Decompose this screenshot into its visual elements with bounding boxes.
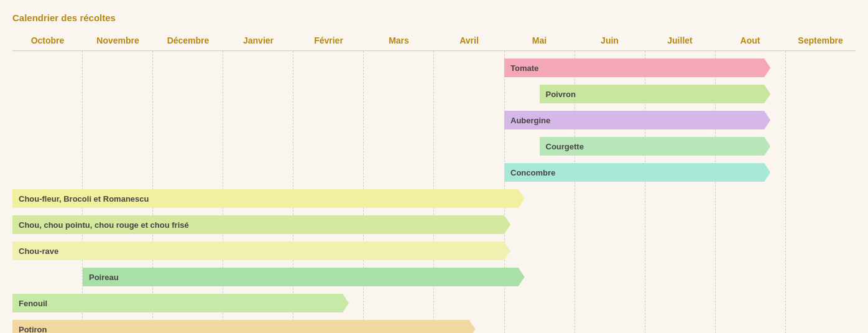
bar-row: Potiron: [12, 317, 856, 333]
harvest-bar: Courgette: [540, 137, 771, 156]
harvest-bar: Poivron: [540, 85, 771, 103]
harvest-bar: Concombre: [504, 163, 770, 182]
bar-row: Chou-fleur, Brocoli et Romanescu: [12, 187, 856, 210]
chart-container: OctobreNovembreDécembreJanvierFévrierMar…: [12, 35, 856, 333]
harvest-bar: Tomate: [504, 59, 770, 77]
bars-container: TomatePoivronAubergineCourgetteConcombre…: [12, 56, 856, 333]
bar-row: Chou-rave: [12, 239, 856, 263]
month-header-juin: Juin: [575, 35, 645, 45]
bar-row: Chou, chou pointu, chou rouge et chou fr…: [12, 213, 856, 237]
bar-row: Tomate: [12, 56, 856, 80]
harvest-bar: Chou-rave: [12, 242, 510, 260]
page-title: Calendrier des récoltes: [12, 12, 856, 23]
bar-row: Poireau: [12, 265, 856, 289]
header-row: OctobreNovembreDécembreJanvierFévrierMar…: [12, 35, 856, 51]
month-header-mars: Mars: [364, 35, 434, 45]
month-header-juillet: Juillet: [645, 35, 715, 45]
bar-row: Aubergine: [12, 108, 856, 132]
month-header-avril: Avril: [434, 35, 504, 45]
bar-row: Concombre: [12, 161, 856, 184]
month-header-novembre: Novembre: [83, 35, 153, 45]
month-header-mai: Mai: [504, 35, 575, 45]
month-header-septembre: Septembre: [785, 35, 856, 45]
harvest-bar: Potiron: [12, 320, 476, 333]
bar-row: Poivron: [12, 82, 856, 106]
month-header-février: Février: [293, 35, 364, 45]
bar-row: Fenouil: [12, 291, 856, 315]
harvest-bar: Aubergine: [504, 111, 770, 129]
month-header-janvier: Janvier: [223, 35, 293, 45]
bar-row: Courgette: [12, 134, 856, 158]
gantt-body: TomatePoivronAubergineCourgetteConcombre…: [12, 51, 856, 333]
harvest-bar: Fenouil: [12, 294, 349, 312]
month-header-aout: Aout: [715, 35, 785, 45]
harvest-bar: Chou-fleur, Brocoli et Romanescu: [12, 189, 525, 208]
month-header-octobre: Octobre: [12, 35, 83, 45]
harvest-bar: Chou, chou pointu, chou rouge et chou fr…: [12, 215, 510, 234]
month-header-décembre: Décembre: [153, 35, 223, 45]
harvest-bar: Poireau: [83, 268, 525, 286]
